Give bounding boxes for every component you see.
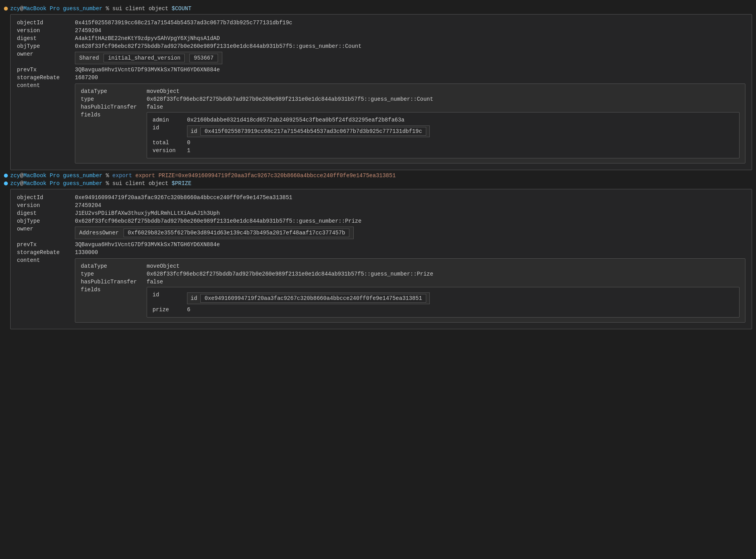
prompt-dir-1: guess_number (63, 5, 102, 12)
dot-icon-1 (4, 7, 8, 11)
val-dataType-1: moveObject (147, 88, 740, 95)
count-object-table: objectId 0x415f0255873919cc68c217a715454… (17, 19, 745, 165)
id-nested-val: 0x415f0255873919cc68c217a715454b54537ad3… (200, 127, 427, 136)
cmd-export-assign: export PRIZE=0xe949160994719f20aa3fac926… (135, 172, 396, 179)
cmd-sui-prize: sui client object (113, 180, 172, 187)
label-dataType-2: dataType (81, 263, 144, 270)
id-nested-label: id (191, 128, 197, 134)
count-object-box: objectId 0x415f0255873919cc68c217a715454… (10, 14, 752, 170)
prompt-host-prize: MacBook Pro (24, 180, 60, 187)
address-owner-val: 0xf6029b82e355f627b0e3d8941d63e139c4b73b… (124, 229, 350, 237)
label-fields-2: fields (81, 286, 144, 318)
fields-table-2: id id 0xe949160994719f20aa3fac9267c320b8… (153, 291, 734, 313)
label-admin: admin (153, 116, 184, 123)
space-1 (60, 5, 63, 12)
label-storageRebate-1: storageRebate (17, 74, 72, 81)
label-content-2: content (17, 257, 72, 324)
fields-table-1: admin 0x2160bdabbe0321d418cd6572ab240925… (153, 116, 734, 154)
val-objectId-1: 0x415f0255873919cc68c217a715454b54537ad3… (75, 19, 745, 26)
prompt-user-export: zcy (10, 172, 20, 179)
content-box-1: dataType moveObject type 0x628f33fcf96eb… (75, 83, 745, 163)
prompt-user-prize: zcy (10, 180, 20, 187)
label-prevTx-2: prevTx (17, 241, 72, 248)
val-total: 0 (187, 139, 734, 146)
label-total: total (153, 139, 184, 146)
val-prevTx-2: 3QBavgua6Hhv1VcntG7Df93MVKkSx7NTGH6YD6XN… (75, 241, 745, 248)
val-digest-1: A4ak1ftHAzBE22neKtY9zdpyvSAhVpgY6XjNhqsA… (75, 35, 745, 42)
prize-object-table: objectId 0xe949160994719f20aa3fac9267c32… (17, 194, 745, 324)
cmd-var-prize: $PRIZE (172, 180, 191, 187)
label-version-field: version (153, 147, 184, 154)
id-nested-label-prize: id (191, 295, 197, 301)
val-digest-2: J1EU2vsPDiiBfAXw3thuxjyMdLRmhLLtXiAuAJ1h… (75, 210, 745, 217)
label-version-1: version (17, 27, 72, 34)
val-version-field: 1 (187, 147, 734, 154)
id-nested-box-1: id 0x415f0255873919cc68c217a715454b54537… (187, 125, 430, 137)
fields-box-1: admin 0x2160bdabbe0321d418cd6572ab240925… (147, 112, 740, 158)
val-objectId-2: 0xe949160994719f20aa3fac9267c320b8660a4b… (75, 194, 745, 201)
val-type-1: 0x628f33fcf96ebc82f275bddb7ad927b0e260e9… (147, 96, 740, 103)
prompt-host-export: MacBook Pro (24, 172, 60, 179)
label-prize: prize (153, 306, 184, 313)
label-type-1: type (81, 96, 144, 103)
label-prevTx-1: prevTx (17, 66, 72, 73)
label-version-2: version (17, 202, 72, 209)
cmd-var-count: $COUNT (172, 5, 191, 12)
shared-label: Shared (79, 55, 99, 61)
id-nested-box-prize: id 0xe949160994719f20aa3fac9267c320b8660… (187, 292, 430, 304)
val-storageRebate-2: 1330000 (75, 249, 745, 256)
address-owner-label: AddressOwner (79, 230, 119, 236)
val-prize: 6 (187, 306, 734, 313)
id-nested-wrapper-prize: id 0xe949160994719f20aa3fac9267c320b8660… (187, 291, 734, 305)
id-nested-val-prize: 0xe949160994719f20aa3fac9267c320b8660a4b… (200, 294, 427, 303)
label-dataType-1: dataType (81, 88, 144, 95)
val-dataType-2: moveObject (147, 263, 740, 270)
label-objectId-1: objectId (17, 19, 72, 26)
label-content-1: content (17, 82, 72, 165)
val-admin: 0x2160bdabbe0321d418cd6572ab24092554c3fb… (187, 116, 734, 123)
prompt-host-1: MacBook Pro (24, 5, 60, 12)
address-owner-box: AddressOwner 0xf6029b82e355f627b0e3d8941… (75, 227, 354, 239)
prompt-dir-prize: guess_number (63, 180, 102, 187)
dot-icon-prize (4, 181, 8, 185)
label-storageRebate-2: storageRebate (17, 249, 72, 256)
label-type-2: type (81, 270, 144, 278)
val-owner-2: AddressOwner 0xf6029b82e355f627b0e3d8941… (75, 225, 745, 240)
val-hasPublicTransfer-1: false (147, 103, 740, 111)
label-id-outer-prize: id (153, 291, 184, 305)
owner-tag2: 953667 (189, 54, 218, 62)
id-nested-wrapper: id 0x415f0255873919cc68c217a715454b54537… (187, 124, 734, 138)
val-prevTx-1: 3QBavgua6Hhv1VcntG7Df93MVKkSx7NTGH6YD6XN… (75, 66, 745, 73)
prompt-dir-export: guess_number (63, 172, 102, 179)
space-2: % (102, 5, 112, 12)
label-hasPublicTransfer-2: hasPublicTransfer (81, 278, 144, 285)
at-symbol-1: @ (20, 5, 23, 12)
cmd-sui-1: sui client object (113, 5, 172, 12)
val-hasPublicTransfer-2: false (147, 278, 740, 285)
command-line-1: zcy @ MacBook Pro guess_number % sui cli… (4, 5, 752, 12)
inner-table-2: dataType moveObject type 0x628f33fcf96eb… (81, 263, 740, 318)
val-storageRebate-1: 1687200 (75, 74, 745, 81)
label-owner-2: owner (17, 225, 72, 240)
cmd-export: export (113, 172, 132, 179)
label-objType-2: objType (17, 218, 72, 225)
label-id-outer: id (153, 124, 184, 138)
prize-object-box: objectId 0xe949160994719f20aa3fac9267c32… (10, 189, 752, 329)
label-owner-1: owner (17, 51, 72, 65)
val-owner-1: Shared initial_shared_version 953667 (75, 51, 745, 65)
val-objType-1: 0x628f33fcf96ebc82f275bddb7ad927b0e260e9… (75, 43, 745, 50)
fields-box-2: id id 0xe949160994719f20aa3fac9267c320b8… (147, 287, 740, 318)
prompt-user-1: zcy (10, 5, 20, 12)
label-objType-1: objType (17, 43, 72, 50)
val-objType-2: 0x628f33fcf96ebc82f275bddb7ad927b0e260e9… (75, 218, 745, 225)
label-fields-1: fields (81, 111, 144, 159)
label-hasPublicTransfer-1: hasPublicTransfer (81, 103, 144, 111)
shared-box: Shared initial_shared_version 953667 (75, 52, 222, 64)
label-objectId-2: objectId (17, 194, 72, 201)
content-box-2: dataType moveObject type 0x628f33fcf96eb… (75, 258, 745, 323)
command-line-export: zcy @ MacBook Pro guess_number % export … (4, 172, 752, 179)
val-version-2: 27459204 (75, 202, 745, 209)
val-type-2: 0x628f33fcf96ebc82f275bddb7ad927b0e260e9… (147, 270, 740, 278)
val-version-1: 27459204 (75, 27, 745, 34)
command-line-prize: zcy @ MacBook Pro guess_number % sui cli… (4, 180, 752, 187)
